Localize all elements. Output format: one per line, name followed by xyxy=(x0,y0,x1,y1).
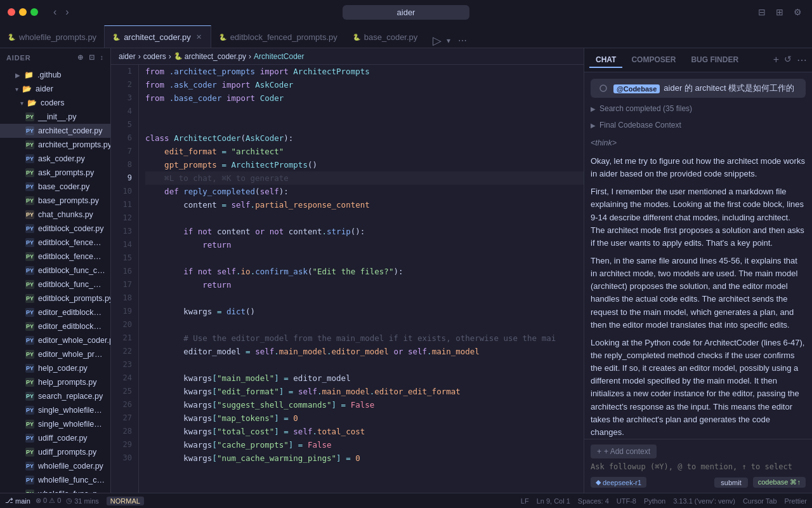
sidebar-item-editblock-func-code[interactable]: PY editblock_func_code... xyxy=(0,264,110,277)
code-line xyxy=(145,291,584,305)
sidebar-item-single-wholefile-2[interactable]: PY single_wholefile_func... xyxy=(0,417,110,431)
sidebar-item-editblock-func-prom[interactable]: PY editblock_func_prom... xyxy=(0,277,110,291)
sidebar-item-aider[interactable]: ▾ 📂 aider xyxy=(0,82,110,96)
sidebar-item-editblock-fenced-pr[interactable]: PY editblock_fenced_pr... xyxy=(0,250,110,264)
chat-collapsible-search[interactable]: ▶ Search completed (35 files) xyxy=(591,103,806,114)
more-options-icon[interactable]: ⋯ xyxy=(797,54,807,66)
chat-message: Okay, let me try to figure out how the a… xyxy=(591,155,806,439)
sidebar-item-help-coder[interactable]: PY help_coder.py xyxy=(0,361,110,375)
sidebar-item-github[interactable]: ▶ 📁 .github xyxy=(0,68,110,82)
maximize-button[interactable] xyxy=(30,8,38,16)
tab-close-icon[interactable]: ✕ xyxy=(195,32,203,42)
minimize-button[interactable] xyxy=(19,8,27,16)
git-branch[interactable]: ⎇ main xyxy=(5,497,30,505)
sidebar-item-editor-whole-promp[interactable]: PY editor_whole_promp... xyxy=(0,347,110,361)
line-endings[interactable]: LF xyxy=(521,497,529,505)
code-editor[interactable]: from .architect_prompts import Architect… xyxy=(139,65,584,493)
collapse-icon[interactable]: ↕ xyxy=(100,53,104,62)
python-interpreter[interactable]: 3.13.1 ('venv': venv) xyxy=(673,497,735,505)
close-button[interactable] xyxy=(8,8,15,16)
submit-button[interactable]: submit xyxy=(714,478,747,488)
add-chat-icon[interactable]: + xyxy=(773,54,779,66)
sidebar-item-label: udiff_coder.py xyxy=(38,434,88,443)
code-container[interactable]: 1 2 3 4 5 6 7 8 9 10 11 12 13 14 15 16 1… xyxy=(111,65,584,493)
sidebar-item-base-coder[interactable]: PY base_coder.py xyxy=(0,180,110,194)
sidebar-item-help-prompts[interactable]: PY help_prompts.py xyxy=(0,375,110,389)
sidebar-item-editor-editblock-cod[interactable]: PY editor_editblock_cod... xyxy=(0,305,110,319)
sidebar-item-editblock-coder[interactable]: PY editblock_coder.py xyxy=(0,222,110,236)
tab-architect-coder[interactable]: 🐍 architect_coder.py ✕ xyxy=(104,25,211,48)
tab-wholefile-prompts[interactable]: 🐍 wholefile_prompts.py xyxy=(0,25,104,48)
tab-editblock-fenced-prompts[interactable]: 🐍 editblock_fenced_prompts.py xyxy=(211,25,345,48)
language-mode[interactable]: Python xyxy=(644,497,665,505)
sidebar-item-ask-prompts[interactable]: PY ask_prompts.py xyxy=(0,166,110,180)
file-icon: PY xyxy=(25,364,34,373)
tab-chat[interactable]: CHAT xyxy=(589,53,622,68)
sidebar-item-label: editblock_fenced_pr... xyxy=(38,252,105,261)
error-count[interactable]: ⊗ 0 ⚠ 0 xyxy=(36,497,61,505)
debug-dropdown[interactable]: ▾ xyxy=(447,36,450,45)
tab-base-coder[interactable]: 🐍 base_coder.py xyxy=(345,25,426,48)
indentation[interactable]: Spaces: 4 xyxy=(578,497,609,505)
nav-forward-button[interactable]: › xyxy=(63,5,71,19)
nav-back-button[interactable]: ‹ xyxy=(51,5,59,19)
cursor-tab[interactable]: Cursor Tab xyxy=(743,497,777,505)
sidebar-item-editor-whole-coder[interactable]: PY editor_whole_coder.py xyxy=(0,333,110,347)
line-number: 13 xyxy=(111,225,138,238)
sidebar-item-wholefile-coder[interactable]: PY wholefile_coder.py xyxy=(0,459,110,473)
sidebar-item-udiff-prompts[interactable]: PY udiff_prompts.py xyxy=(0,445,110,459)
search-input[interactable] xyxy=(343,5,469,20)
sidebar-item-wholefile-func-code[interactable]: PY wholefile_func_code... xyxy=(0,473,110,487)
sidebar-item-label: help_prompts.py xyxy=(38,378,96,387)
sidebar-item-init[interactable]: PY __init__.py xyxy=(0,110,110,124)
sidebar-item-chat-chunks[interactable]: PY chat_chunks.py xyxy=(0,208,110,222)
codebase-button[interactable]: codebase ⌘↑ xyxy=(753,477,806,488)
plus-icon: + xyxy=(597,447,601,456)
sidebar-item-single-wholefile-1[interactable]: PY single_wholefile_func... xyxy=(0,403,110,417)
add-context-button[interactable]: + + Add context xyxy=(591,444,657,458)
model-selector[interactable]: ◆ deepseek-r1 xyxy=(591,477,646,488)
search-icon[interactable]: ⊡ xyxy=(89,53,95,62)
chat-body[interactable]: @Codebase aider 的 architect 模式是如何工作的 ▶ S… xyxy=(584,72,812,439)
file-icon: 🐍 xyxy=(174,52,183,60)
chat-followup-input[interactable] xyxy=(591,462,806,471)
more-options-icon[interactable]: ⋯ xyxy=(458,36,467,46)
new-file-icon[interactable]: ⊕ xyxy=(77,53,84,62)
settings-icon[interactable]: ⚙ xyxy=(791,6,804,18)
tab-composer[interactable]: COMPOSER xyxy=(625,53,682,68)
layout-button[interactable]: ⊞ xyxy=(773,6,786,18)
prettier[interactable]: Prettier xyxy=(785,497,807,505)
sidebar-item-ask-coder[interactable]: PY ask_coder.py xyxy=(0,152,110,166)
sidebar-item-coders[interactable]: ▾ 📂 coders xyxy=(0,96,110,110)
sidebar-item-editblock-prompts[interactable]: PY editblock_prompts.py xyxy=(0,291,110,305)
code-line: edit_format = "architect" xyxy=(145,145,584,158)
cursor-position[interactable]: Ln 9, Col 1 xyxy=(537,497,570,505)
sidebar-item-architect-coder[interactable]: PY architect_coder.py xyxy=(0,124,110,138)
sidebar-item-label: editor_editblock_cod... xyxy=(38,308,105,317)
sidebar-item-editor-editblock-pro[interactable]: PY editor_editblock_pro... xyxy=(0,319,110,333)
sidebar-item-label: base_coder.py xyxy=(38,182,89,191)
line-number: 5 xyxy=(111,118,138,131)
line-number: 29 xyxy=(111,438,138,451)
code-line xyxy=(145,358,584,371)
sidebar-item-udiff-coder[interactable]: PY udiff_coder.py xyxy=(0,431,110,445)
run-button[interactable]: ▷ xyxy=(433,34,442,48)
encoding[interactable]: UTF-8 xyxy=(617,497,636,505)
sidebar-item-base-prompts[interactable]: PY base_prompts.py xyxy=(0,194,110,208)
file-icon: PY xyxy=(25,308,34,317)
tab-bug-finder[interactable]: BUG FINDER xyxy=(684,53,745,68)
collapsible-label: Search completed (35 files) xyxy=(599,104,692,113)
code-line: kwargs["total_cost"] = self.total_cost xyxy=(145,425,584,438)
sidebar-toggle-button[interactable]: ⊟ xyxy=(756,6,768,18)
sidebar-item-wholefile-func-prom[interactable]: PY wholefile_func_prom... xyxy=(0,487,110,493)
line-number: 12 xyxy=(111,211,138,225)
chat-think: <think> xyxy=(591,136,806,150)
history-icon[interactable]: ↺ xyxy=(784,54,792,66)
line-number: 24 xyxy=(111,371,138,385)
chat-input-icon xyxy=(597,83,610,94)
sidebar-item-editblock-fenced-co[interactable]: PY editblock_fenced_co... xyxy=(0,236,110,250)
sidebar-item-search-replace[interactable]: PY search_replace.py xyxy=(0,389,110,403)
code-line: content = self.partial_response_content xyxy=(145,198,584,211)
sidebar-item-architect-prompts[interactable]: PY architect_prompts.py xyxy=(0,138,110,152)
chat-collapsible-context[interactable]: ▶ Final Codebase Context xyxy=(591,119,806,131)
